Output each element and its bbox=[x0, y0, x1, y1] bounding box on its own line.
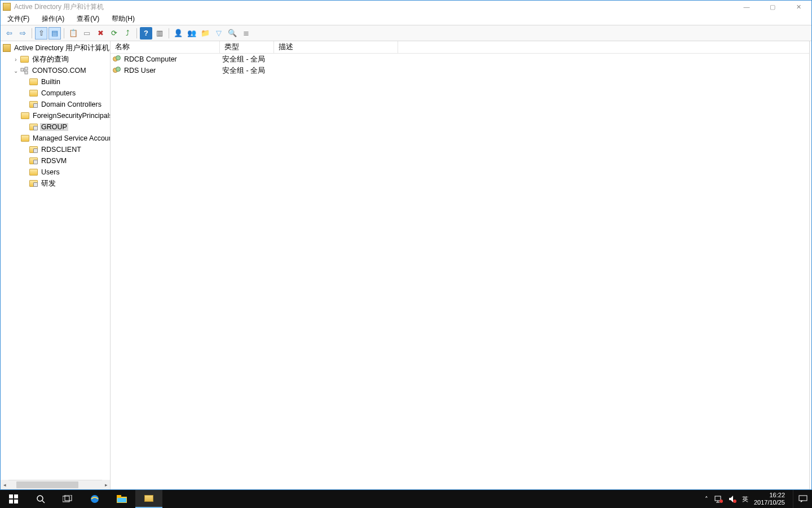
network-icon[interactable] bbox=[714, 495, 723, 503]
ou-icon bbox=[29, 122, 38, 132]
ou-icon bbox=[29, 100, 38, 109]
tree-node-8[interactable]: Users bbox=[1, 167, 110, 178]
svg-rect-17 bbox=[715, 496, 721, 501]
cut-icon[interactable]: 📋 bbox=[67, 27, 80, 40]
forward-icon[interactable]: ⇨ bbox=[16, 27, 29, 40]
folder-icon bbox=[20, 55, 29, 64]
taskbar-explorer-button[interactable] bbox=[108, 490, 135, 508]
tree-expander-icon[interactable]: › bbox=[12, 56, 20, 63]
tree-domain[interactable]: ⌄CONTOSO.COM bbox=[1, 65, 110, 76]
tree-node-5[interactable]: Managed Service Accounts bbox=[1, 133, 110, 144]
menu-file[interactable]: 文件(F) bbox=[5, 13, 32, 25]
tree-label: Managed Service Accounts bbox=[32, 134, 110, 142]
tree-label: Domain Controllers bbox=[40, 100, 103, 108]
tree-node-3[interactable]: ForeignSecurityPrincipals bbox=[1, 110, 110, 121]
task-view-button[interactable] bbox=[54, 490, 81, 508]
menu-view[interactable]: 查看(V) bbox=[74, 13, 102, 25]
scrollbar-track[interactable] bbox=[8, 480, 102, 489]
ie-icon bbox=[90, 494, 100, 504]
back-icon[interactable]: ⇦ bbox=[3, 27, 15, 40]
add-criteria-icon[interactable]: ≣ bbox=[240, 27, 252, 40]
menubar: 文件(F) 操作(A) 查看(V) 帮助(H) bbox=[1, 13, 811, 25]
svg-rect-6 bbox=[14, 494, 18, 498]
tree-expander-icon[interactable]: ⌄ bbox=[12, 68, 20, 74]
clock-time: 16:22 bbox=[754, 492, 785, 499]
notification-icon bbox=[798, 495, 807, 503]
filter-icon[interactable]: ▽ bbox=[213, 27, 225, 40]
titlebar[interactable]: Active Directory 用户和计算机 — ▢ ✕ bbox=[1, 1, 811, 13]
taskbar-aduc-button[interactable] bbox=[135, 490, 162, 508]
col-name[interactable]: 名称 bbox=[111, 41, 220, 53]
col-type[interactable]: 类型 bbox=[220, 41, 274, 53]
up-icon[interactable]: ⇧ bbox=[35, 27, 47, 40]
list-pane: 名称 类型 描述 RDCB Computer安全组 - 全局RDS User安全… bbox=[111, 41, 809, 489]
export-icon[interactable]: ⤴ bbox=[121, 27, 134, 40]
tree-label: Builtin bbox=[40, 78, 61, 86]
tree-node-2[interactable]: Domain Controllers bbox=[1, 99, 110, 110]
search-icon bbox=[36, 494, 45, 503]
tree-label: CONTOSO.COM bbox=[31, 67, 87, 75]
tree-label: ForeignSecurityPrincipals bbox=[32, 112, 110, 120]
volume-icon[interactable] bbox=[729, 495, 736, 503]
toolbar-separator bbox=[169, 28, 169, 38]
col-desc[interactable]: 描述 bbox=[274, 41, 398, 53]
taskbar-search-icon[interactable] bbox=[27, 490, 54, 508]
ou-icon bbox=[29, 156, 38, 165]
tray-chevron-up-icon[interactable]: ˄ bbox=[705, 496, 708, 503]
maximize-button[interactable]: ▢ bbox=[760, 1, 785, 13]
help-icon[interactable]: ? bbox=[140, 27, 152, 40]
tree-node-6[interactable]: RDSCLIENT bbox=[1, 144, 110, 155]
group-icon bbox=[113, 67, 122, 75]
list-cell-name: RDS User bbox=[124, 67, 156, 75]
tree-root[interactable]: Active Directory 用户和计算机 bbox=[1, 42, 110, 54]
list-cell-name: RDCB Computer bbox=[124, 55, 177, 63]
scroll-left-icon[interactable]: ◂ bbox=[1, 480, 8, 489]
taskbar-clock[interactable]: 16:22 2017/10/25 bbox=[754, 492, 787, 506]
tree-pane: Active Directory 用户和计算机›保存的查询⌄CONTOSO.CO… bbox=[1, 41, 111, 489]
show-hide-icon[interactable]: ▤ bbox=[48, 27, 61, 40]
folder-icon bbox=[29, 168, 38, 177]
toolbar-separator bbox=[64, 28, 64, 38]
scrollbar-thumb[interactable] bbox=[16, 481, 78, 488]
taskbar[interactable]: ˄ 英 16:22 2017/10/25 bbox=[0, 490, 812, 508]
group-icon bbox=[113, 55, 122, 63]
menu-action[interactable]: 操作(A) bbox=[39, 13, 67, 25]
list-item[interactable]: RDS User安全组 - 全局 bbox=[111, 65, 809, 76]
tree-node-4[interactable]: GROUP bbox=[1, 121, 110, 133]
tree-node-1[interactable]: Computers bbox=[1, 87, 110, 99]
menu-help[interactable]: 帮助(H) bbox=[109, 13, 137, 25]
list-header[interactable]: 名称 类型 描述 bbox=[111, 41, 809, 54]
delete-icon[interactable]: ✖ bbox=[94, 27, 107, 40]
action-center-button[interactable] bbox=[793, 490, 812, 508]
list-cell-type: 安全组 - 全局 bbox=[220, 66, 274, 76]
list-item[interactable]: RDCB Computer安全组 - 全局 bbox=[111, 54, 809, 65]
ou-icon[interactable]: 📁 bbox=[199, 27, 211, 40]
scroll-right-icon[interactable]: ▸ bbox=[102, 480, 110, 489]
tree-node-0[interactable]: Builtin bbox=[1, 76, 110, 87]
system-tray[interactable]: ˄ 英 16:22 2017/10/25 bbox=[705, 492, 793, 506]
svg-rect-23 bbox=[799, 496, 807, 501]
tree-icon[interactable]: ▥ bbox=[153, 27, 166, 40]
close-button[interactable]: ✕ bbox=[785, 1, 811, 13]
user-icon[interactable]: 👤 bbox=[172, 27, 184, 40]
ime-indicator[interactable]: 英 bbox=[742, 495, 748, 503]
group-icon[interactable]: 👥 bbox=[186, 27, 198, 40]
tree-saved-queries[interactable]: ›保存的查询 bbox=[1, 54, 110, 65]
list-body[interactable]: RDCB Computer安全组 - 全局RDS User安全组 - 全局 bbox=[111, 54, 809, 489]
tree-hscrollbar[interactable]: ◂ ▸ bbox=[1, 480, 110, 489]
app-window: Active Directory 用户和计算机 — ▢ ✕ 文件(F) 操作(A… bbox=[0, 0, 812, 490]
find-icon[interactable]: 🔍 bbox=[226, 27, 239, 40]
tree-node-9[interactable]: 研发 bbox=[1, 178, 110, 189]
main-split: Active Directory 用户和计算机›保存的查询⌄CONTOSO.CO… bbox=[1, 41, 811, 489]
tree[interactable]: Active Directory 用户和计算机›保存的查询⌄CONTOSO.CO… bbox=[1, 41, 110, 480]
tree-node-7[interactable]: RDSVM bbox=[1, 155, 110, 167]
tree-label: 保存的查询 bbox=[31, 55, 70, 64]
taskbar-ie-button[interactable] bbox=[81, 490, 108, 508]
clock-date: 2017/10/25 bbox=[754, 499, 785, 506]
start-button[interactable] bbox=[0, 490, 27, 508]
svg-point-9 bbox=[37, 496, 43, 501]
tree-label: RDSVM bbox=[40, 157, 68, 165]
minimize-button[interactable]: — bbox=[734, 1, 760, 13]
properties-icon[interactable]: ▭ bbox=[81, 27, 93, 40]
refresh-icon[interactable]: ⟳ bbox=[108, 27, 120, 40]
